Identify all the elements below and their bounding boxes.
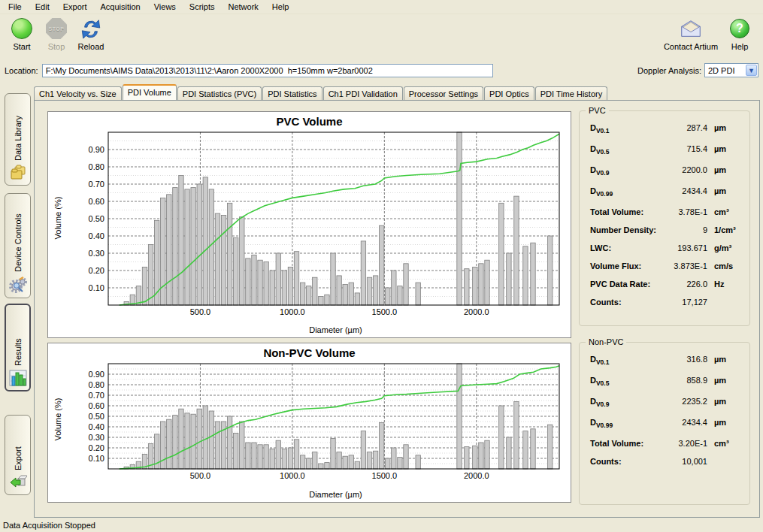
stat-value: 858.9 <box>661 376 707 385</box>
stat-value: 715.4 <box>661 144 707 153</box>
stat-value: 10,001 <box>661 457 707 466</box>
tab-pdi-statistics-pvc-[interactable]: PDI Statistics (PVC) <box>177 86 262 100</box>
svg-text:1500.0: 1500.0 <box>372 307 398 316</box>
tab-ch1-pdi-validation[interactable]: Ch1 PDI Validation <box>323 86 403 100</box>
svg-text:0.90: 0.90 <box>89 370 104 379</box>
reload-icon <box>80 17 102 40</box>
doppler-analysis-label: Doppler Analysis: <box>637 66 701 75</box>
tab-pdi-time-history[interactable]: PDI Time History <box>535 86 608 100</box>
menu-help[interactable]: Help <box>265 0 296 14</box>
stat-label: DV0.99 <box>590 418 661 429</box>
tab-pdi-optics[interactable]: PDI Optics <box>484 86 534 100</box>
stat-label: DV0.9 <box>590 397 661 408</box>
chevron-down-icon[interactable]: ▼ <box>746 65 757 76</box>
stat-label: DV0.1 <box>590 123 661 135</box>
stat-value: 2200.0 <box>661 165 707 174</box>
main-area: Data Library Device Controls Results <box>0 84 763 518</box>
pvc-volume-plot: 0.100.200.300.400.500.600.700.800.90500.… <box>48 130 571 319</box>
stat-value: 3.20E-1 <box>661 439 707 448</box>
stat-value: 2235.2 <box>661 397 707 406</box>
stat-unit: µm <box>707 355 740 364</box>
tab-processor-settings[interactable]: Processor Settings <box>404 86 483 100</box>
stat-row: DV0.992434.4µm <box>590 186 740 207</box>
group-title: Non-PVC <box>586 337 626 346</box>
stat-unit: µm <box>707 397 740 406</box>
menu-edit[interactable]: Edit <box>29 0 56 14</box>
help-button-label: Help <box>731 42 749 51</box>
stat-row: Counts:10,001 <box>590 457 740 475</box>
menu-export[interactable]: Export <box>56 0 94 14</box>
stat-row: DV0.992434.4µm <box>590 418 740 439</box>
stat-label: Number Density: <box>590 225 661 234</box>
stat-unit: µm <box>707 165 740 174</box>
menu-file[interactable]: File <box>2 0 29 14</box>
svg-text:0.70: 0.70 <box>89 391 104 400</box>
non-pvc-volume-chart: Non-PVC Volume Volume (%) 0.100.200.300.… <box>47 343 571 503</box>
stat-value: 3.873E-1 <box>661 261 707 271</box>
stat-value: 287.4 <box>661 123 707 132</box>
sidebar-item-export[interactable]: Export <box>5 415 31 495</box>
sidebar-item-label: Results <box>14 311 23 366</box>
menu-bar: FileEditExportAcquisitionViewsScriptsNet… <box>0 0 763 14</box>
menu-scripts[interactable]: Scripts <box>183 0 222 14</box>
svg-text:0.40: 0.40 <box>89 231 104 240</box>
contact-artium-button[interactable]: Contact Artium <box>659 17 722 51</box>
stat-unit: cm/s <box>707 261 740 271</box>
svg-text:0.20: 0.20 <box>89 266 104 275</box>
svg-text:0.30: 0.30 <box>89 249 104 258</box>
svg-text:1500.0: 1500.0 <box>372 471 398 480</box>
location-row: Location: Doppler Analysis: 2D PDI ▼ <box>0 59 763 80</box>
location-input[interactable] <box>42 64 493 77</box>
svg-text:500.0: 500.0 <box>190 307 211 316</box>
pvc-stat-rows: DV0.1287.4µmDV0.5715.4µmDV0.92200.0µmDV0… <box>580 111 749 316</box>
stat-row: DV0.92200.0µm <box>590 165 740 186</box>
status-bar: Data Acquisition Stopped <box>0 518 763 532</box>
stat-value: 226.0 <box>661 280 707 289</box>
svg-text:0.40: 0.40 <box>89 422 104 431</box>
svg-text:0.90: 0.90 <box>89 145 104 154</box>
menu-acquisition[interactable]: Acquisition <box>94 0 147 14</box>
menu-views[interactable]: Views <box>147 0 183 14</box>
status-text: Data Acquisition Stopped <box>3 521 95 530</box>
stat-label: DV0.5 <box>590 376 661 387</box>
location-label: Location: <box>5 66 38 75</box>
tab-pdi-statistics[interactable]: PDI Statistics <box>262 86 322 100</box>
group-title: PVC <box>586 106 609 115</box>
stat-unit: µm <box>707 418 740 427</box>
svg-text:0.70: 0.70 <box>89 180 104 189</box>
x-axis-label: Diameter (µm) <box>108 490 563 499</box>
svg-text:0.10: 0.10 <box>89 283 104 292</box>
sidebar-item-device-controls[interactable]: Device Controls <box>5 193 31 298</box>
doppler-analysis-select[interactable]: 2D PDI ▼ <box>704 63 758 77</box>
sidebar-item-label: Device Controls <box>14 200 23 272</box>
chart-title: Non-PVC Volume <box>48 343 571 359</box>
side-rail: Data Library Device Controls Results <box>0 84 34 518</box>
start-button[interactable]: Start <box>5 17 39 51</box>
sidebar-item-label: Export <box>14 422 23 470</box>
stat-label: LWC: <box>590 243 661 252</box>
sidebar-item-data-library[interactable]: Data Library <box>5 93 31 186</box>
help-button[interactable]: ? Help <box>722 17 757 51</box>
stat-label: DV0.5 <box>590 144 661 156</box>
svg-text:2000.0: 2000.0 <box>464 307 489 316</box>
reload-button[interactable]: Reload <box>74 17 108 51</box>
tab-ch1-velocity-vs-size[interactable]: Ch1 Velocity vs. Size <box>34 86 122 100</box>
non-pvc-volume-plot: 0.100.200.300.400.500.600.700.800.90500.… <box>48 361 571 485</box>
svg-text:0.80: 0.80 <box>89 380 104 389</box>
x-axis-label: Diameter (µm) <box>108 325 563 334</box>
stat-value: 2434.4 <box>661 418 707 427</box>
sidebar-item-results[interactable]: Results <box>5 304 31 391</box>
tab-pdi-volume[interactable]: PDI Volume <box>123 84 177 100</box>
stat-label: DV0.99 <box>590 186 661 198</box>
svg-text:1000.0: 1000.0 <box>280 471 305 480</box>
stat-unit: µm <box>707 376 740 385</box>
stop-button[interactable]: STOP Stop <box>39 17 74 51</box>
stat-label: Counts: <box>590 457 661 466</box>
stat-unit: g/m³ <box>707 243 740 252</box>
stat-value: 193.671 <box>661 243 707 252</box>
non-pvc-stat-rows: DV0.1316.8µmDV0.5858.9µmDV0.92235.2µmDV0… <box>580 343 749 475</box>
stop-button-label: Stop <box>48 42 65 51</box>
non-pvc-stats-group: Non-PVC DV0.1316.8µmDV0.5858.9µmDV0.9223… <box>579 342 750 505</box>
menu-network[interactable]: Network <box>221 0 265 14</box>
stat-label: Counts: <box>590 298 661 307</box>
